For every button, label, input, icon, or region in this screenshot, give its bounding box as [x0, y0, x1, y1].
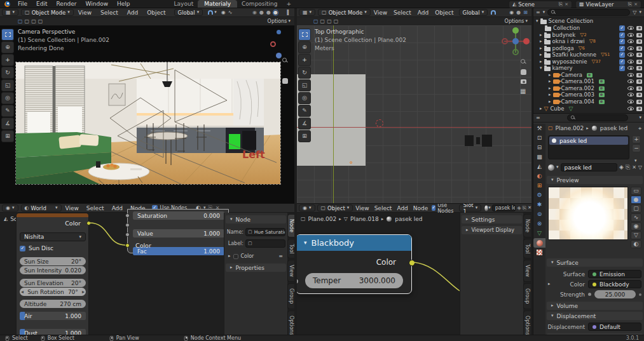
menu-help[interactable]: Help	[113, 1, 135, 7]
led-plane-3[interactable]	[482, 135, 492, 147]
collection-checkbox[interactable]	[619, 39, 625, 44]
slot-specials-icon[interactable]	[634, 159, 637, 163]
tab-view-layer[interactable]	[533, 152, 545, 162]
select-box-tool[interactable]	[298, 29, 311, 41]
preview-cloth-button[interactable]	[631, 231, 641, 239]
menu-view[interactable]: View	[74, 10, 96, 16]
new-material-icon[interactable]	[523, 206, 526, 211]
hide-viewport-icon[interactable]	[627, 79, 634, 83]
menu-view[interactable]: View	[62, 205, 83, 211]
disable-render-icon[interactable]	[636, 107, 642, 111]
material-slot-list[interactable]: pasek led	[548, 135, 629, 159]
disable-render-icon[interactable]	[636, 79, 642, 84]
axis-y-handle[interactable]	[276, 53, 282, 58]
surface-section-header[interactable]: Surface	[547, 258, 643, 267]
expand-icon[interactable]	[540, 39, 542, 44]
value-field[interactable]: Value1.000	[133, 229, 224, 237]
tab-options[interactable]: Options	[287, 311, 294, 335]
color-value-button[interactable]: Blackbody	[588, 280, 641, 288]
menu-file[interactable]: File	[13, 1, 32, 7]
select-subtract-icon[interactable]	[38, 19, 43, 24]
shader-editor-world[interactable]: World View Select Add Node Use Nodes Sce…	[0, 203, 294, 335]
shader-type-dropdown[interactable]: World	[21, 204, 62, 211]
menu-add[interactable]: Add	[123, 10, 142, 16]
annotate-tool[interactable]	[298, 105, 311, 117]
pause-render-button[interactable]	[287, 10, 290, 15]
zoom-icon[interactable]	[521, 59, 526, 65]
disable-render-icon[interactable]	[636, 86, 642, 91]
expand-icon[interactable]	[540, 107, 542, 111]
move-tool[interactable]	[1, 54, 14, 66]
cursor-tool[interactable]	[1, 41, 14, 53]
color-input-socket[interactable]	[125, 243, 130, 248]
displacement-section-header[interactable]: Displacement	[547, 312, 643, 320]
remove-slot-button[interactable]	[632, 144, 641, 152]
wireframe-shading-icon[interactable]	[252, 10, 257, 15]
axis-y-neg-handle[interactable]	[512, 49, 519, 55]
tab-tool[interactable]: Tool	[523, 239, 531, 259]
outliner-row-scene-collection[interactable]: Scene Collection	[533, 18, 644, 24]
fac-input-socket[interactable]	[125, 232, 130, 237]
hide-viewport-icon[interactable]	[627, 73, 634, 77]
surface-value-button[interactable]: Emission	[588, 270, 641, 278]
menu-window[interactable]: Window	[81, 1, 113, 7]
scale-tool[interactable]	[298, 79, 311, 91]
snap-dropdown-icon[interactable]	[214, 10, 217, 15]
menu-select[interactable]: Select	[390, 10, 414, 16]
use-nodes-checkbox[interactable]: Use Nodes	[432, 203, 455, 214]
value-input-socket[interactable]	[125, 223, 130, 227]
hide-viewport-icon[interactable]	[627, 86, 634, 90]
falloff-icon[interactable]	[228, 10, 233, 15]
settings-section-header[interactable]: Settings	[462, 215, 522, 224]
hide-viewport-icon[interactable]	[627, 46, 634, 50]
outliner-row-budynek[interactable]: budynek 2	[533, 32, 644, 38]
preview-cube-button[interactable]	[631, 204, 641, 213]
preview-flat-button[interactable]	[631, 187, 641, 195]
disable-render-icon[interactable]	[636, 66, 642, 70]
tab-scene[interactable]	[533, 162, 545, 171]
tab-particles[interactable]	[533, 200, 545, 210]
tab-group[interactable]: Group	[523, 283, 531, 309]
tab-world[interactable]	[533, 171, 545, 181]
color-presets-icon[interactable]	[278, 254, 283, 259]
cursor-tool[interactable]	[298, 41, 311, 53]
camera-view-icon[interactable]	[521, 79, 526, 84]
node-header[interactable]: Blackbody	[297, 235, 411, 251]
sky-texture-node[interactable]: Color Nishita Sun Disc Sun Size20° Sun I…	[16, 213, 89, 335]
displacement-value-button[interactable]: Default	[588, 323, 641, 331]
outliner-row-camera-003[interactable]: Camera.003	[533, 91, 644, 98]
outliner-search-input[interactable]	[547, 9, 630, 16]
shading-mode-buttons[interactable]	[252, 10, 278, 15]
collection-checkbox[interactable]	[619, 46, 625, 51]
breadcrumb-material[interactable]: pasek led	[600, 125, 627, 131]
tab-material[interactable]	[533, 238, 545, 248]
viewlayer-selector[interactable]: ViewLayer	[575, 1, 641, 8]
add-cube-tool[interactable]	[298, 130, 311, 142]
material-name-field[interactable]: pasek led	[492, 204, 516, 211]
navigation-gizmo[interactable]	[502, 27, 530, 55]
node-name-field[interactable]: Hue Saturation V...	[245, 228, 285, 236]
blender-logo-icon[interactable]	[4, 1, 10, 7]
led-plane-1[interactable]	[465, 135, 474, 146]
collection-checkbox[interactable]	[619, 25, 625, 31]
unlink-material-icon[interactable]	[528, 206, 531, 210]
disable-render-icon[interactable]	[636, 73, 642, 77]
collapse-icon[interactable]	[540, 66, 542, 70]
sun-intensity-field[interactable]: Sun Intensity0.020	[20, 266, 86, 274]
specials-icon[interactable]	[638, 165, 642, 170]
led-plane-2[interactable]	[476, 137, 480, 144]
expand-color-icon[interactable]	[548, 282, 551, 286]
tab-options[interactable]: Options	[523, 311, 531, 335]
new-viewlayer-icon[interactable]	[628, 2, 632, 7]
new-material-icon[interactable]	[626, 164, 630, 170]
axis-x-handle[interactable]	[523, 38, 530, 44]
sun-elevation-field[interactable]: Sun Elevation20°	[20, 279, 86, 287]
dust-field[interactable]: Dust1.000	[20, 329, 86, 335]
material-shading-icon[interactable]	[266, 10, 271, 15]
hide-viewport-icon[interactable]	[627, 93, 634, 97]
select-extend-icon[interactable]	[31, 19, 36, 24]
transform-tool[interactable]	[298, 92, 311, 104]
editor-type-dropdown[interactable]	[2, 204, 18, 211]
viewport-camera[interactable]: Options Camera Perspective (1) Scene Col…	[0, 17, 294, 203]
menu-add[interactable]: Add	[414, 10, 432, 16]
